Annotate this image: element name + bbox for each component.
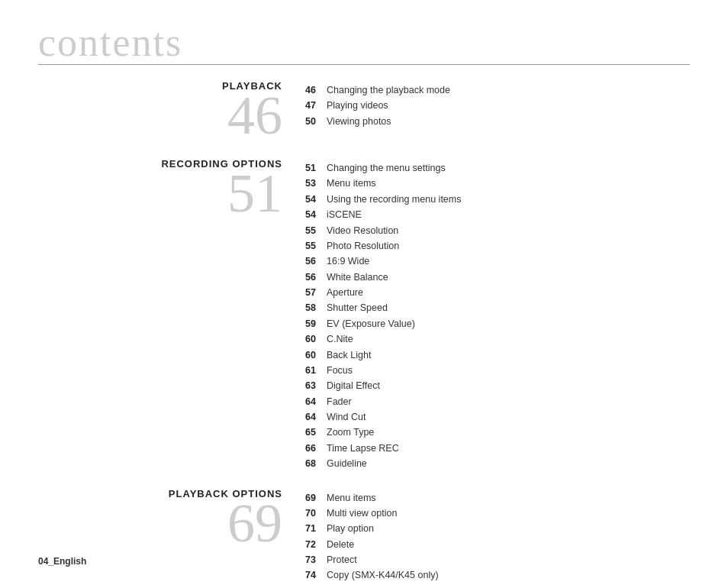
toc-item: 54iSCENE: [305, 208, 690, 222]
toc-page-number: 60: [305, 332, 327, 347]
toc-page-number: 64: [305, 395, 327, 409]
toc-item: 46Changing the playback mode: [305, 83, 690, 98]
toc-item-text: Fader: [327, 395, 352, 409]
toc-page-number: 66: [305, 441, 327, 456]
toc-item-text: Zoom Type: [327, 425, 374, 440]
toc-item-text: Guideline: [327, 457, 367, 471]
toc-page-number: 63: [305, 379, 327, 393]
toc-item-text: Delete: [327, 538, 354, 552]
content-area: PLAYBACK4646Changing the playback mode47…: [38, 73, 690, 585]
toc-item: 50Viewing photos: [305, 115, 690, 129]
toc-item: 72Delete: [305, 538, 690, 552]
toc-item-text: C.Nite: [327, 332, 353, 347]
toc-page-number: 46: [305, 83, 327, 98]
toc-item-text: Viewing photos: [327, 115, 391, 129]
toc-page-number: 58: [305, 301, 327, 315]
section-right-playback-options: 69Menu items70Multi view option71Play op…: [298, 488, 690, 584]
section-row-recording-options: RECORDING OPTIONS5151Changing the menu s…: [38, 158, 690, 473]
toc-item: 59EV (Exposure Value): [305, 317, 690, 331]
toc-page-number: 57: [305, 286, 327, 300]
toc-item-text: Video Resolution: [327, 224, 398, 238]
toc-page-number: 68: [305, 457, 327, 471]
toc-item-text: Multi view option: [327, 506, 397, 521]
toc-page-number: 59: [305, 317, 327, 331]
toc-page-number: 54: [305, 192, 327, 207]
toc-page-number: 74: [305, 568, 327, 583]
toc-page-number: 69: [305, 491, 327, 506]
page-title: contents: [38, 23, 690, 63]
toc-page-number: 56: [305, 270, 327, 285]
toc-item-text: Menu items: [327, 491, 376, 506]
toc-page-number: 50: [305, 115, 327, 129]
toc-item-text: Play option: [327, 522, 374, 536]
toc-item-text: Time Lapse REC: [327, 441, 399, 456]
toc-page-number: 65: [305, 425, 327, 440]
toc-item-text: Wind Cut: [327, 410, 366, 425]
toc-item: 64Wind Cut: [305, 410, 690, 425]
toc-item-text: Changing the menu settings: [327, 161, 446, 176]
toc-item-text: Focus: [327, 364, 353, 378]
toc-item: 73Protect: [305, 553, 690, 567]
toc-page-number: 61: [305, 364, 327, 378]
toc-item: 51Changing the menu settings: [305, 161, 690, 176]
footer: 04_English: [38, 556, 86, 567]
toc-item: 66Time Lapse REC: [305, 441, 690, 456]
toc-item: 71Play option: [305, 522, 690, 536]
toc-page-number: 54: [305, 208, 327, 222]
toc-item-text: Changing the playback mode: [327, 83, 450, 98]
toc-item: 56White Balance: [305, 270, 690, 285]
toc-item-text: Protect: [327, 553, 357, 567]
toc-item: 55Photo Resolution: [305, 239, 690, 254]
toc-page-number: 70: [305, 506, 327, 521]
section-row-playback: PLAYBACK4646Changing the playback mode47…: [38, 80, 690, 143]
toc-item-text: White Balance: [327, 270, 388, 285]
toc-page-number: 72: [305, 538, 327, 552]
toc-page-number: 64: [305, 410, 327, 425]
toc-page-number: 53: [305, 176, 327, 191]
toc-page-number: 60: [305, 348, 327, 363]
toc-item: 54Using the recording menu items: [305, 192, 690, 207]
toc-item: 61Focus: [305, 364, 690, 378]
toc-item: 60C.Nite: [305, 332, 690, 347]
toc-item: 63Digital Effect: [305, 379, 690, 393]
section-left-playback: PLAYBACK46: [38, 80, 298, 143]
title-section: contents: [38, 23, 690, 65]
toc-item-text: Menu items: [327, 176, 376, 191]
toc-page-number: 71: [305, 522, 327, 536]
toc-item: 64Fader: [305, 395, 690, 409]
toc-page-number: 56: [305, 254, 327, 269]
toc-page-number: 51: [305, 161, 327, 176]
toc-item: 70Multi view option: [305, 506, 690, 521]
section-right-recording-options: 51Changing the menu settings53Menu items…: [298, 158, 690, 473]
toc-item-text: Digital Effect: [327, 379, 380, 393]
page: contents PLAYBACK4646Changing the playba…: [0, 0, 728, 585]
toc-item-text: Playing videos: [327, 99, 388, 113]
toc-item: 69Menu items: [305, 491, 690, 506]
section-right-playback: 46Changing the playback mode47Playing vi…: [298, 80, 690, 143]
section-number-recording-options: 51: [227, 166, 282, 221]
section-number-playback-options: 69: [227, 496, 282, 551]
toc-item: 58Shutter Speed: [305, 301, 690, 315]
toc-item: 5616:9 Wide: [305, 254, 690, 269]
toc-item: 65Zoom Type: [305, 425, 690, 440]
toc-item: 47Playing videos: [305, 99, 690, 113]
toc-item: 57Aperture: [305, 286, 690, 300]
toc-page-number: 47: [305, 99, 327, 113]
toc-item: 68Guideline: [305, 457, 690, 471]
section-row-playback-options: PLAYBACK OPTIONS6969Menu items70Multi vi…: [38, 488, 690, 584]
section-number-playback: 46: [227, 88, 282, 143]
toc-item-text: 16:9 Wide: [327, 254, 369, 269]
toc-item-text: Using the recording menu items: [327, 192, 461, 207]
toc-item-text: EV (Exposure Value): [327, 317, 415, 331]
toc-item: 53Menu items: [305, 176, 690, 191]
toc-page-number: 73: [305, 553, 327, 567]
toc-item-text: Back Light: [327, 348, 371, 363]
toc-item: 74Copy (SMX-K44/K45 only): [305, 568, 690, 583]
title-rule: [38, 64, 690, 65]
toc-item: 60Back Light: [305, 348, 690, 363]
toc-item-text: Shutter Speed: [327, 301, 388, 315]
toc-item-text: Photo Resolution: [327, 239, 399, 254]
section-left-playback-options: PLAYBACK OPTIONS69: [38, 488, 298, 584]
toc-item-text: iSCENE: [327, 208, 362, 222]
toc-item-text: Copy (SMX-K44/K45 only): [327, 568, 439, 583]
